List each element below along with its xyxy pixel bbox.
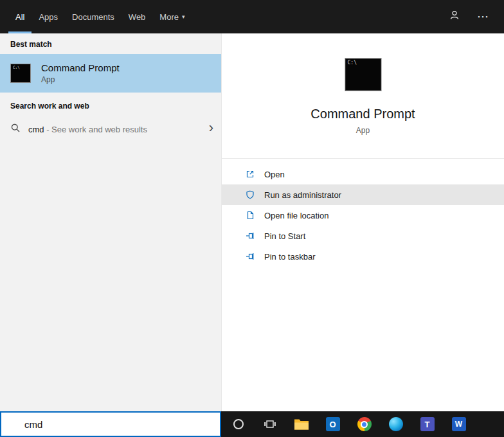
- taskbar-cortana-button[interactable]: [222, 411, 254, 437]
- open-icon: [245, 169, 255, 179]
- chevron-down-icon: ▾: [182, 13, 185, 20]
- best-match-result[interactable]: C:\ Command Prompt App: [0, 54, 221, 93]
- suggestion-query: cmd: [28, 125, 44, 134]
- tab-web-label: Web: [129, 12, 146, 22]
- context-actions: Open Run as administrator Open file loca…: [222, 164, 504, 267]
- chrome-icon: [357, 417, 372, 431]
- open-action[interactable]: Open: [222, 164, 504, 184]
- more-options-icon[interactable]: ⋯: [477, 11, 490, 22]
- taskbar-outlook-button[interactable]: O: [317, 411, 348, 437]
- app-subtitle: App: [222, 126, 504, 135]
- outlook-icon: O: [326, 417, 340, 431]
- run-as-admin-icon: [245, 190, 255, 200]
- suggestion-description: - See work and web results: [44, 125, 147, 134]
- tab-apps-label: Apps: [39, 12, 58, 22]
- search-input[interactable]: [1, 413, 220, 436]
- teams-icon: T: [420, 417, 435, 431]
- tab-apps[interactable]: Apps: [32, 0, 65, 33]
- edge-icon: [389, 417, 403, 431]
- best-match-text: Command Prompt App: [41, 62, 120, 84]
- open-file-location-label: Open file location: [264, 211, 328, 220]
- user-account-icon[interactable]: [449, 10, 460, 24]
- taskbar-file-explorer-button[interactable]: [285, 411, 317, 437]
- tab-documents-label: Documents: [72, 12, 114, 22]
- open-action-label: Open: [264, 170, 285, 179]
- word-icon: W: [452, 417, 466, 431]
- results-panel: Best match C:\ Command Prompt App Search…: [0, 33, 221, 411]
- pin-to-start-label: Pin to Start: [264, 231, 305, 241]
- search-header: All Apps Documents Web More ▾ ⋯: [0, 0, 504, 33]
- filter-tabs: All Apps Documents Web More ▾: [0, 0, 192, 33]
- tab-more[interactable]: More ▾: [152, 0, 192, 33]
- preview-panel: C:\ Command Prompt App Open Run as admin…: [221, 33, 504, 411]
- chevron-right-icon[interactable]: ›: [209, 121, 213, 138]
- best-match-heading: Best match: [10, 40, 52, 49]
- run-as-admin-action[interactable]: Run as administrator: [222, 184, 504, 205]
- taskbar-chrome-button[interactable]: [348, 411, 380, 437]
- divider: [222, 158, 504, 159]
- file-explorer-icon: [294, 418, 309, 431]
- pin-to-taskbar-action[interactable]: Pin to taskbar: [222, 246, 504, 267]
- taskbar-edge-button[interactable]: [380, 411, 411, 437]
- header-actions: ⋯: [449, 0, 504, 33]
- taskbar-teams-button[interactable]: T: [411, 411, 443, 437]
- pin-to-taskbar-label: Pin to taskbar: [264, 252, 316, 262]
- app-title: Command Prompt: [222, 105, 504, 122]
- pin-to-taskbar-icon: [245, 251, 255, 262]
- task-view-icon: [264, 418, 276, 431]
- taskbar: O T W: [221, 411, 504, 437]
- best-match-subtitle: App: [41, 75, 120, 84]
- web-suggestion-row[interactable]: cmd - See work and web results ›: [0, 117, 221, 141]
- cmd-glyph: C:\: [13, 66, 20, 69]
- taskbar-word-button[interactable]: W: [443, 411, 474, 437]
- search-icon: [10, 123, 21, 136]
- tab-documents[interactable]: Documents: [65, 0, 122, 33]
- pin-to-start-action[interactable]: Pin to Start: [222, 226, 504, 246]
- command-prompt-icon: C:\: [10, 64, 31, 83]
- suggestion-text: cmd - See work and web results: [28, 125, 147, 134]
- run-as-admin-label: Run as administrator: [264, 190, 341, 200]
- pin-to-start-icon: [245, 231, 255, 241]
- taskbar-task-view-button[interactable]: [254, 411, 285, 437]
- cmd-glyph: C:\: [348, 60, 357, 66]
- search-web-heading: Search work and web: [10, 102, 89, 111]
- tab-web[interactable]: Web: [122, 0, 153, 33]
- tab-more-label: More: [159, 12, 179, 22]
- command-prompt-large-icon: C:\: [345, 58, 382, 91]
- taskbar-search-box[interactable]: [0, 411, 221, 437]
- tab-all-label: All: [15, 12, 24, 22]
- cortana-icon: [233, 419, 244, 429]
- tab-all[interactable]: All: [8, 0, 32, 33]
- open-file-location-icon: [245, 210, 255, 220]
- best-match-title: Command Prompt: [41, 62, 120, 73]
- open-file-location-action[interactable]: Open file location: [222, 205, 504, 226]
